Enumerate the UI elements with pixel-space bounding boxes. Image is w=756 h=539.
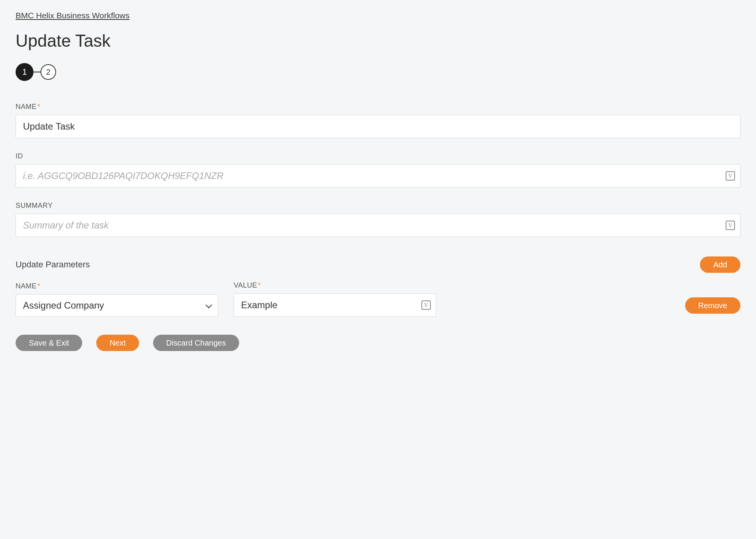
parameter-row: NAME* Assigned Company VALUE* V Remove	[16, 281, 740, 317]
step-2[interactable]: 2	[41, 64, 56, 80]
breadcrumb[interactable]: BMC Helix Business Workflows	[16, 11, 130, 20]
required-asterisk: *	[37, 103, 41, 111]
id-label: ID	[16, 152, 740, 160]
update-parameters-title: Update Parameters	[16, 260, 90, 270]
stepper: 1 2	[16, 63, 740, 81]
name-input[interactable]	[16, 115, 740, 138]
summary-input[interactable]	[16, 214, 740, 237]
param-name-selected: Assigned Company	[23, 300, 104, 311]
variable-picker-icon[interactable]: V	[726, 171, 735, 181]
param-value-label-text: VALUE	[234, 281, 257, 289]
param-name-label: NAME*	[16, 282, 218, 290]
param-value-label: VALUE*	[234, 281, 436, 290]
save-exit-button[interactable]: Save & Exit	[16, 335, 82, 351]
param-name-select[interactable]: Assigned Company	[16, 294, 218, 317]
variable-picker-icon[interactable]: V	[421, 300, 431, 310]
name-label: NAME*	[16, 103, 740, 111]
param-value-input[interactable]	[234, 293, 436, 317]
variable-picker-icon[interactable]: V	[726, 221, 735, 230]
summary-label: SUMMARY	[16, 202, 740, 210]
required-asterisk: *	[258, 281, 261, 289]
add-parameter-button[interactable]: Add	[700, 256, 740, 273]
discard-changes-button[interactable]: Discard Changes	[153, 335, 239, 351]
required-asterisk: *	[37, 282, 41, 290]
id-input[interactable]	[16, 164, 740, 188]
page-title: Update Task	[16, 31, 740, 51]
name-label-text: NAME	[16, 103, 37, 111]
step-1[interactable]: 1	[16, 63, 33, 81]
param-name-label-text: NAME	[16, 282, 37, 290]
remove-parameter-button[interactable]: Remove	[685, 297, 740, 314]
step-connector	[33, 72, 41, 72]
next-button[interactable]: Next	[96, 335, 139, 351]
